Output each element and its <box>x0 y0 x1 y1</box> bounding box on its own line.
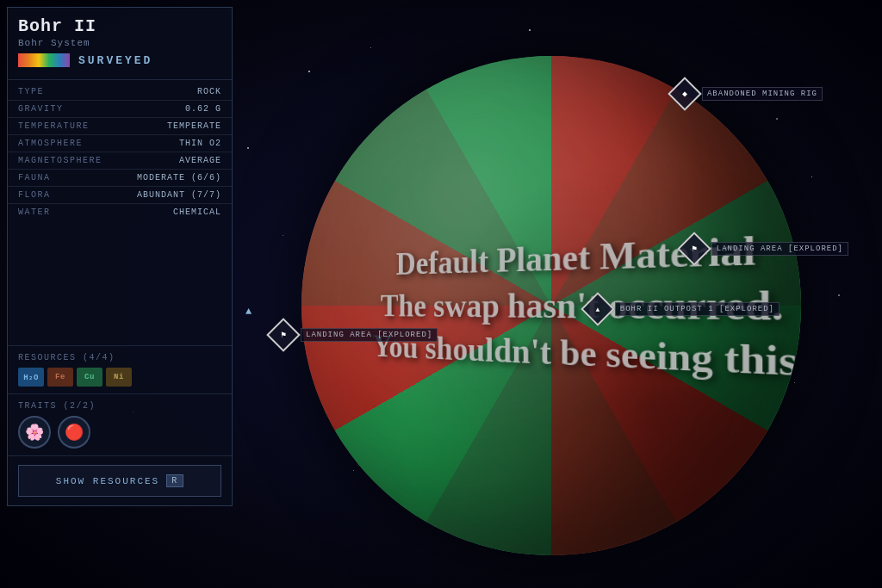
sidebar-planet-name: Bohr II <box>18 16 221 36</box>
surveyed-label: SURVEYED <box>78 54 152 67</box>
poi-outpost-icon: ▲ <box>581 292 615 326</box>
resources-section: RESOURCES (4/4) H₂OFeCuNi <box>8 346 232 394</box>
trait-icons: 🌸🔴 <box>18 416 221 449</box>
stat-row: FLORA ABUNDANT (7/7) <box>8 187 232 204</box>
resource-chip: H₂O <box>18 368 44 387</box>
resource-chip: Ni <box>106 368 132 387</box>
poi-landing-right[interactable]: ⚑ LANDING AREA [EXPLORED] <box>682 237 848 261</box>
show-resources-button[interactable]: SHOW RESOURCES R <box>18 465 221 497</box>
resources-header: RESOURCES (4/4) <box>18 353 221 362</box>
resource-chips: H₂OFeCuNi <box>18 368 221 387</box>
show-resources-key: R <box>166 474 183 487</box>
poi-landing-right-icon: ⚑ <box>677 232 711 266</box>
poi-mining-icon: ◆ <box>668 77 702 111</box>
sidebar-title-area: Bohr II Bohr System SURVEYED <box>8 8 232 80</box>
resource-chip: Fe <box>47 368 73 387</box>
stat-value: THIN O2 <box>179 139 221 148</box>
stat-label: TYPE <box>18 87 44 96</box>
traits-section: TRAITS (2/2) 🌸🔴 <box>8 394 232 456</box>
stat-value: MODERATE (6/6) <box>137 173 221 183</box>
stat-value: AVERAGE <box>179 156 221 165</box>
color-stripe <box>18 53 70 67</box>
traits-header: TRAITS (2/2) <box>18 401 221 411</box>
trait-icon: 🔴 <box>58 416 90 449</box>
poi-landing-left-label: LANDING AREA [EXPLORED] <box>301 328 438 342</box>
sidebar-system-name: Bohr System <box>18 38 221 48</box>
stat-label: GRAVITY <box>18 104 64 114</box>
stat-label: ATMOSPHERE <box>18 139 83 148</box>
resource-chip: Cu <box>77 368 102 387</box>
stat-row: MAGNETOSPHERE AVERAGE <box>8 152 232 170</box>
stat-value: CHEMICAL <box>173 207 221 217</box>
stat-row: GRAVITY 0.62 G <box>8 101 232 118</box>
stat-label: MAGNETOSPHERE <box>18 156 102 165</box>
stat-value: ABUNDANT (7/7) <box>137 190 221 200</box>
poi-mining-label: ABANDONED MINING RIG <box>702 87 823 101</box>
poi-landing-right-label: LANDING AREA [EXPLORED] <box>711 242 848 256</box>
stat-value: TEMPERATE <box>167 121 221 131</box>
stat-row: WATER CHEMICAL <box>8 204 232 220</box>
stat-row: TYPE ROCK <box>8 84 232 101</box>
stat-row: FAUNA MODERATE (6/6) <box>8 170 232 187</box>
stats-table: TYPE ROCK GRAVITY 0.62 G TEMPERATURE TEM… <box>8 80 232 346</box>
stat-row: ATMOSPHERE THIN O2 <box>8 135 232 152</box>
stat-label: TEMPERATURE <box>18 121 90 131</box>
poi-landing-left[interactable]: ⚑ LANDING AREA [EXPLORED] <box>271 323 438 347</box>
sidebar-panel: Bohr II Bohr System SURVEYED TYPE ROCK G… <box>7 7 233 506</box>
poi-landing-left-icon: ⚑ <box>266 318 301 352</box>
stat-value: ROCK <box>197 87 221 96</box>
stat-row: TEMPERATURE TEMPERATE <box>8 118 232 135</box>
poi-outpost-label: BOHR II OUTPOST 1 [EXPLORED] <box>615 302 780 316</box>
poi-mining-rig[interactable]: ◆ ABANDONED MINING RIG <box>673 82 823 106</box>
nav-left-arrow[interactable]: ▲ <box>245 306 252 318</box>
show-resources-label: SHOW RESOURCES <box>56 476 159 486</box>
trait-icon: 🌸 <box>18 416 51 449</box>
stat-label: WATER <box>18 207 51 217</box>
stat-label: FAUNA <box>18 173 51 183</box>
surveyed-bar: SURVEYED <box>18 48 221 74</box>
poi-outpost[interactable]: ▲ BOHR II OUTPOST 1 [EXPLORED] <box>586 297 780 321</box>
planet-container: Default Planet Material The swap hasn't … <box>258 26 844 585</box>
stat-label: FLORA <box>18 190 51 200</box>
stat-value: 0.62 G <box>185 104 221 114</box>
